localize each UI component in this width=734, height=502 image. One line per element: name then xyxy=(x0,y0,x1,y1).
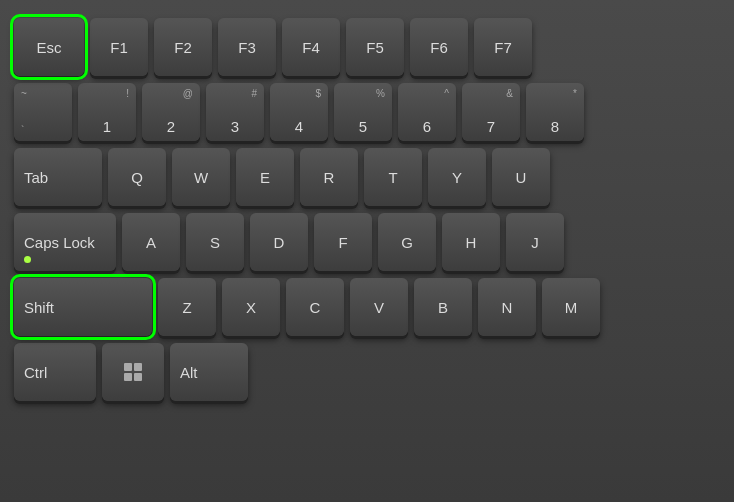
windows-icon xyxy=(124,363,142,381)
key-2[interactable]: @ 2 xyxy=(142,83,200,141)
key-8[interactable]: * 8 xyxy=(526,83,584,141)
zxcv-row: Shift Z X C V B N M xyxy=(14,278,720,336)
key-j[interactable]: J xyxy=(506,213,564,271)
key-f6[interactable]: F6 xyxy=(410,18,468,76)
key-backtick[interactable]: ~ ` xyxy=(14,83,72,141)
key-win[interactable] xyxy=(102,343,164,401)
key-alt[interactable]: Alt xyxy=(170,343,248,401)
asdf-row: Caps Lock A S D F G H J xyxy=(14,213,720,271)
key-u[interactable]: U xyxy=(492,148,550,206)
key-5[interactable]: % 5 xyxy=(334,83,392,141)
key-f2[interactable]: F2 xyxy=(154,18,212,76)
key-g[interactable]: G xyxy=(378,213,436,271)
key-4[interactable]: $ 4 xyxy=(270,83,328,141)
key-e[interactable]: E xyxy=(236,148,294,206)
fn-row: Esc F1 F2 F3 F4 F5 F6 F7 xyxy=(14,18,720,76)
key-z[interactable]: Z xyxy=(158,278,216,336)
key-c[interactable]: C xyxy=(286,278,344,336)
key-y[interactable]: Y xyxy=(428,148,486,206)
key-capslock[interactable]: Caps Lock xyxy=(14,213,116,271)
key-w[interactable]: W xyxy=(172,148,230,206)
key-f7[interactable]: F7 xyxy=(474,18,532,76)
key-ctrl[interactable]: Ctrl xyxy=(14,343,96,401)
numbers-row: ~ ` ! 1 @ 2 # 3 $ 4 % 5 ^ 6 & 7 xyxy=(14,83,720,141)
qwerty-row: Tab Q W E R T Y U xyxy=(14,148,720,206)
key-1[interactable]: ! 1 xyxy=(78,83,136,141)
key-m[interactable]: M xyxy=(542,278,600,336)
key-tab[interactable]: Tab xyxy=(14,148,102,206)
key-f1[interactable]: F1 xyxy=(90,18,148,76)
key-3[interactable]: # 3 xyxy=(206,83,264,141)
key-shift-left[interactable]: Shift xyxy=(14,278,152,336)
key-a[interactable]: A xyxy=(122,213,180,271)
key-v[interactable]: V xyxy=(350,278,408,336)
ctrl-row: Ctrl Alt xyxy=(14,343,720,401)
keyboard: Esc F1 F2 F3 F4 F5 F6 F7 ~ ` ! 1 xyxy=(0,0,734,502)
key-7[interactable]: & 7 xyxy=(462,83,520,141)
key-d[interactable]: D xyxy=(250,213,308,271)
key-esc[interactable]: Esc xyxy=(14,18,84,76)
key-f3[interactable]: F3 xyxy=(218,18,276,76)
key-r[interactable]: R xyxy=(300,148,358,206)
key-f5[interactable]: F5 xyxy=(346,18,404,76)
key-n[interactable]: N xyxy=(478,278,536,336)
key-t[interactable]: T xyxy=(364,148,422,206)
key-f4[interactable]: F4 xyxy=(282,18,340,76)
capslock-indicator xyxy=(24,256,31,263)
key-f[interactable]: F xyxy=(314,213,372,271)
key-x[interactable]: X xyxy=(222,278,280,336)
key-6[interactable]: ^ 6 xyxy=(398,83,456,141)
key-b[interactable]: B xyxy=(414,278,472,336)
key-q[interactable]: Q xyxy=(108,148,166,206)
key-s[interactable]: S xyxy=(186,213,244,271)
key-h[interactable]: H xyxy=(442,213,500,271)
